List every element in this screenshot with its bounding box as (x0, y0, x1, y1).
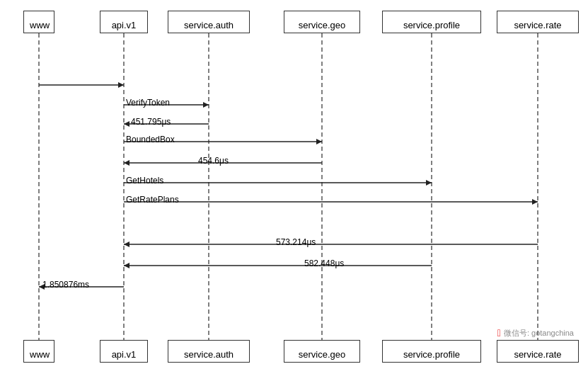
svg-marker-19 (532, 199, 538, 205)
arrow-label-1: VerifyToken (126, 98, 170, 108)
svg-marker-17 (426, 180, 432, 186)
svg-marker-15 (124, 160, 129, 166)
arrow-label-2: 451.795μs (131, 117, 171, 127)
actor-bottom-rate: service.rate (497, 340, 579, 363)
actor-bottom-auth: service.auth (168, 340, 250, 363)
sequence-diagram: wwwapi.v1service.authservice.geoservice.… (0, 0, 588, 381)
svg-marker-7 (118, 82, 124, 88)
actor-top-rate: service.rate (497, 11, 579, 33)
actor-top-api: api.v1 (100, 11, 148, 33)
svg-marker-9 (203, 102, 209, 108)
arrows-svg (0, 0, 588, 381)
arrow-label-3: BoundedBox (126, 135, 175, 144)
svg-marker-11 (124, 121, 129, 127)
actor-top-profile: service.profile (382, 11, 481, 33)
actor-bottom-geo: service.geo (284, 340, 360, 363)
actor-bottom-api: api.v1 (100, 340, 148, 363)
svg-marker-21 (124, 241, 129, 247)
arrow-label-8: 582.448μs (304, 258, 344, 268)
actor-bottom-www: www (23, 340, 54, 363)
actor-top-www: www (23, 11, 54, 33)
actor-top-auth: service.auth (168, 11, 250, 33)
svg-marker-23 (124, 263, 129, 268)
actor-bottom-profile: service.profile (382, 340, 481, 363)
arrow-label-7: 573.214μs (276, 237, 316, 247)
svg-marker-13 (316, 139, 322, 144)
watermark:  微信号: gotangchina (497, 327, 574, 339)
arrow-label-4: 454.6μs (198, 156, 229, 166)
arrow-label-6: GetRatePlans (126, 195, 179, 205)
arrow-label-5: GetHotels (126, 176, 163, 186)
arrow-label-9: 1.850876ms (42, 280, 89, 290)
actor-top-geo: service.geo (284, 11, 360, 33)
